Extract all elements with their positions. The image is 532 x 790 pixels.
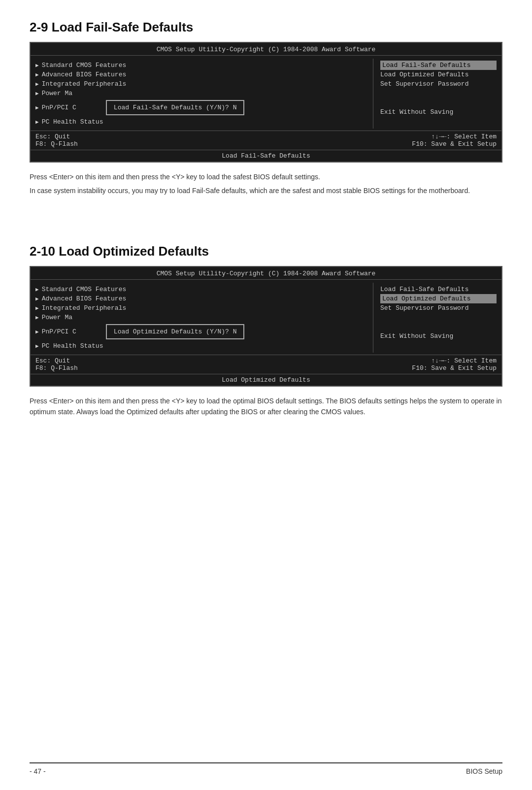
desc2-p1: Press <Enter> on this item and then pres… bbox=[30, 395, 502, 418]
bios-right-item-2-5 bbox=[380, 322, 497, 331]
bios-right-2: Load Fail-Safe Defaults Load Optimized D… bbox=[373, 283, 501, 353]
bios-dialog-1: Load Fail-Safe Defaults (Y/N)? N bbox=[106, 100, 245, 115]
bios-footer-left-1: Esc: Quit F8: Q-Flash bbox=[35, 133, 78, 148]
section-heading-2: 2-10 Load Optimized Defaults bbox=[30, 244, 502, 259]
arrow-icon: ▶ bbox=[35, 104, 39, 111]
bios-right-item-1-4 bbox=[380, 89, 497, 98]
bios-left-item-2-5: ▶ PnP/PCI C Load Optimized Defaults (Y/N… bbox=[35, 322, 369, 341]
bios-left-item-2-1: ▶ Standard CMOS Features bbox=[35, 285, 369, 294]
desc1-p1: Press <Enter> on this item and then pres… bbox=[30, 171, 502, 182]
bios-footer-bottom-1: Load Fail-Safe Defaults bbox=[31, 150, 501, 162]
arrow-icon: ▶ bbox=[35, 343, 39, 349]
arrow-icon: ▶ bbox=[35, 119, 39, 125]
spacer-1 bbox=[30, 214, 502, 244]
bios-right-item-2-4 bbox=[380, 313, 497, 322]
bios-main-1: ▶ Standard CMOS Features ▶ Advanced BIOS… bbox=[31, 56, 501, 129]
bios-right-item-1-2: Load Optimized Defaults bbox=[380, 70, 497, 79]
section-heading-1: 2-9 Load Fail-Safe Defaults bbox=[30, 20, 502, 35]
bios-right-item-2-1: Load Fail-Safe Defaults bbox=[380, 285, 497, 294]
section-2-9: 2-9 Load Fail-Safe Defaults CMOS Setup U… bbox=[30, 20, 502, 197]
bios-left-item-1-6: ▶ PC Health Status bbox=[35, 117, 369, 127]
section-2-10: 2-10 Load Optimized Defaults CMOS Setup … bbox=[30, 244, 502, 418]
desc1-p2: In case system instability occurs, you m… bbox=[30, 185, 502, 196]
bios-left-item-1-1: ▶ Standard CMOS Features bbox=[35, 61, 369, 70]
arrow-icon: ▶ bbox=[35, 305, 39, 311]
bios-right-item-2-3: Set Supervisor Password bbox=[380, 303, 497, 313]
bios-screen-1: CMOS Setup Utility-Copyright (C) 1984-20… bbox=[30, 42, 502, 163]
bios-main-2: ▶ Standard CMOS Features ▶ Advanced BIOS… bbox=[31, 280, 501, 353]
bios-title-1: CMOS Setup Utility-Copyright (C) 1984-20… bbox=[31, 43, 501, 56]
arrow-icon: ▶ bbox=[35, 314, 39, 321]
bios-left-item-2-4: ▶ Power Ma bbox=[35, 313, 369, 322]
bios-footer-right-1: ↑↓→←: Select Item F10: Save & Exit Setup bbox=[412, 133, 497, 148]
bios-left-item-1-5: ▶ PnP/PCI C Load Fail-Safe Defaults (Y/N… bbox=[35, 98, 369, 117]
bios-left-item-2-6: ▶ PC Health Status bbox=[35, 341, 369, 351]
bios-footer-2: Esc: Quit F8: Q-Flash ↑↓→←: Select Item … bbox=[31, 355, 501, 374]
arrow-icon: ▶ bbox=[35, 90, 39, 97]
page-footer: - 47 - BIOS Setup bbox=[30, 762, 502, 775]
bios-footer-bottom-2: Load Optimized Defaults bbox=[31, 374, 501, 386]
arrow-icon: ▶ bbox=[35, 81, 39, 87]
arrow-icon: ▶ bbox=[35, 71, 39, 78]
bios-screen-2: CMOS Setup Utility-Copyright (C) 1984-20… bbox=[30, 266, 502, 387]
bios-right-item-1-1: Load Fail-Safe Defaults bbox=[380, 61, 497, 70]
bios-right-1: Load Fail-Safe Defaults Load Optimized D… bbox=[373, 59, 501, 129]
arrow-icon: ▶ bbox=[35, 286, 39, 293]
arrow-icon: ▶ bbox=[35, 329, 39, 335]
bios-left-item-2-3: ▶ Integrated Peripherals bbox=[35, 303, 369, 313]
page-number: - 47 - bbox=[30, 767, 46, 775]
bios-left-item-2-2: ▶ Advanced BIOS Features bbox=[35, 294, 369, 303]
arrow-icon: ▶ bbox=[35, 296, 39, 302]
bios-right-item-1-6: Exit Without Saving bbox=[380, 107, 497, 117]
bios-right-item-2-2: Load Optimized Defaults bbox=[380, 294, 497, 303]
bios-left-item-1-4: ▶ Power Ma bbox=[35, 89, 369, 98]
bios-right-item-2-6: Exit Without Saving bbox=[380, 331, 497, 341]
arrow-icon: ▶ bbox=[35, 62, 39, 68]
bios-left-item-1-2: ▶ Advanced BIOS Features bbox=[35, 70, 369, 79]
bios-footer-1: Esc: Quit F8: Q-Flash ↑↓→←: Select Item … bbox=[31, 131, 501, 150]
bios-right-item-1-5 bbox=[380, 98, 497, 107]
bios-left-item-1-3: ▶ Integrated Peripherals bbox=[35, 79, 369, 89]
bios-footer-right-2: ↑↓→←: Select Item F10: Save & Exit Setup bbox=[412, 357, 497, 372]
page-section-label: BIOS Setup bbox=[466, 767, 502, 775]
bios-left-2: ▶ Standard CMOS Features ▶ Advanced BIOS… bbox=[31, 283, 373, 353]
bios-left-1: ▶ Standard CMOS Features ▶ Advanced BIOS… bbox=[31, 59, 373, 129]
bios-footer-left-2: Esc: Quit F8: Q-Flash bbox=[35, 357, 78, 372]
bios-dialog-2: Load Optimized Defaults (Y/N)? N bbox=[106, 324, 245, 339]
bios-title-2: CMOS Setup Utility-Copyright (C) 1984-20… bbox=[31, 267, 501, 280]
bios-right-item-1-3: Set Supervisor Password bbox=[380, 79, 497, 89]
